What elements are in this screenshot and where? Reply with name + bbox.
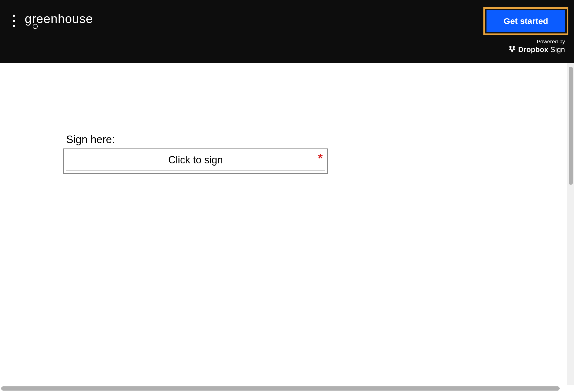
provider-name-bold: Dropbox bbox=[518, 45, 548, 54]
brand-logo-text: greenhouse bbox=[25, 13, 93, 25]
vertical-scrollbar-thumb[interactable] bbox=[569, 67, 573, 185]
app-header: greenhouse Get started Powered by bbox=[0, 0, 574, 63]
horizontal-scrollbar[interactable] bbox=[0, 385, 574, 392]
brand-logo-circle-icon bbox=[33, 24, 38, 29]
header-left: greenhouse bbox=[11, 7, 93, 29]
provider-brand: Dropbox Sign bbox=[509, 45, 565, 54]
signature-field[interactable]: Click to sign * bbox=[63, 148, 328, 174]
document-content: Sign here: Click to sign * bbox=[0, 63, 574, 385]
signature-line bbox=[66, 170, 325, 170]
required-asterisk-icon: * bbox=[318, 151, 323, 165]
horizontal-scrollbar-thumb[interactable] bbox=[1, 386, 560, 391]
dot-icon bbox=[13, 25, 15, 27]
dropbox-icon bbox=[509, 45, 515, 54]
sign-here-label: Sign here: bbox=[66, 134, 574, 146]
get-started-button[interactable]: Get started bbox=[486, 10, 565, 32]
dot-icon bbox=[13, 15, 15, 17]
cta-highlight-frame: Get started bbox=[483, 7, 568, 35]
signature-placeholder: Click to sign bbox=[168, 154, 223, 166]
dot-icon bbox=[13, 20, 15, 22]
powered-by-label: Powered by bbox=[537, 39, 565, 45]
powered-by: Powered by Dropbox Sign bbox=[509, 39, 568, 54]
brand-logo: greenhouse bbox=[25, 13, 93, 29]
more-menu-button[interactable] bbox=[11, 13, 16, 28]
provider-name: Dropbox Sign bbox=[518, 45, 565, 54]
vertical-scrollbar[interactable] bbox=[567, 63, 574, 385]
provider-name-light: Sign bbox=[550, 45, 565, 54]
header-right: Get started Powered by Dropbox Sign bbox=[483, 7, 568, 54]
